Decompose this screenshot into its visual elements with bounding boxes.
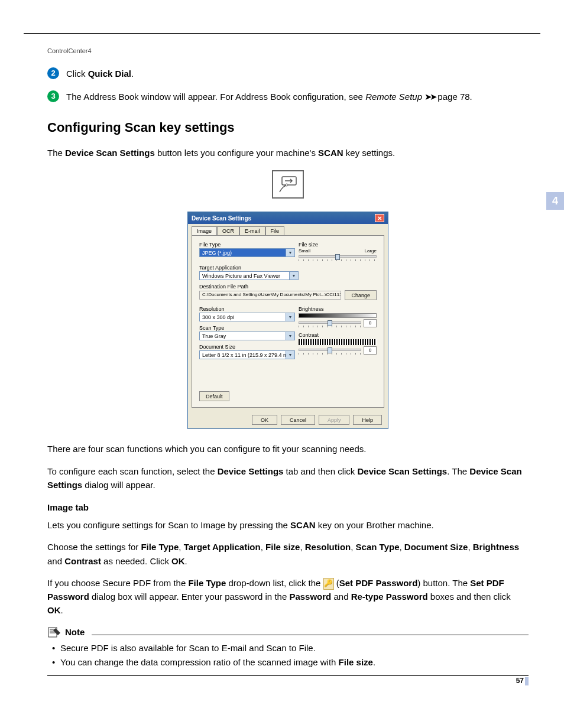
- doc-size-dropdown[interactable]: Letter 8 1/2 x 11 in (215.9 x 279.4 mm) …: [199, 350, 295, 359]
- dialog-panel: File Type JPEG (*.jpg) ▼ File size Small…: [192, 235, 384, 408]
- note-block: Note Secure PDF is also available for Sc…: [47, 626, 529, 676]
- image-tab-heading: Image tab: [47, 502, 529, 512]
- apply-button[interactable]: Apply: [319, 415, 350, 425]
- file-type-dropdown[interactable]: JPEG (*.jpg) ▼: [199, 248, 295, 257]
- contrast-pattern: [299, 339, 377, 345]
- resolution-label: Resolution: [199, 306, 295, 312]
- dest-path-label: Destination File Path: [199, 284, 377, 290]
- file-size-label: File size: [299, 242, 377, 248]
- file-size-slider[interactable]: [299, 255, 377, 258]
- file-type-label: File Type: [199, 242, 295, 248]
- target-app-label: Target Application: [199, 265, 377, 271]
- default-button[interactable]: Default: [199, 391, 229, 401]
- dialog-title-text: Device Scan Settings: [192, 215, 251, 222]
- step-3-text: The Address Book window will appear. For…: [66, 90, 472, 104]
- page-number: 57: [516, 677, 529, 685]
- contrast-label: Contrast: [299, 332, 377, 338]
- note-title: Note: [65, 627, 85, 637]
- tab-ocr[interactable]: OCR: [217, 226, 239, 235]
- key-lock-icon: 🔑: [323, 578, 334, 590]
- contrast-value[interactable]: 0: [364, 346, 377, 355]
- scan-type-dropdown[interactable]: True Gray ▼: [199, 332, 295, 340]
- dialog-button-bar: OK Cancel Apply Help: [188, 411, 388, 428]
- note-item-1: Secure PDF is also available for Scan to…: [54, 641, 529, 655]
- device-scan-settings-dialog: Device Scan Settings ✕ Image OCR E-mail …: [187, 212, 388, 429]
- chevron-down-icon[interactable]: ▼: [286, 350, 295, 359]
- doc-size-label: Document Size: [199, 344, 295, 350]
- body-p1: There are four scan functions which you …: [47, 442, 529, 456]
- dest-path-value: C:\Documents and Settings\User\My Docume…: [199, 291, 341, 300]
- step-badge-3: 3: [47, 90, 59, 102]
- cancel-button[interactable]: Cancel: [281, 415, 315, 425]
- step-badge-2: 2: [47, 67, 59, 79]
- intro-paragraph: The Device Scan Settings button lets you…: [47, 146, 529, 160]
- ok-button[interactable]: OK: [252, 415, 277, 425]
- help-button[interactable]: Help: [353, 415, 382, 425]
- note-item-2: You can change the data compression rati…: [54, 655, 529, 670]
- brightness-value[interactable]: 0: [364, 319, 377, 327]
- note-close-rule: [47, 675, 529, 676]
- dialog-tabs: Image OCR E-mail File: [188, 224, 388, 235]
- brightness-slider[interactable]: [299, 321, 361, 324]
- tab-file[interactable]: File: [265, 226, 285, 235]
- svg-point-1: [286, 184, 288, 186]
- body-p2: To configure each scan function, select …: [47, 464, 529, 492]
- body-p3: Lets you configure settings for Scan to …: [47, 518, 529, 532]
- chevron-down-icon[interactable]: ▼: [286, 332, 295, 340]
- resolution-dropdown[interactable]: 300 x 300 dpi ▼: [199, 313, 295, 321]
- running-header: ControlCenter4: [47, 47, 529, 54]
- close-icon[interactable]: ✕: [375, 214, 384, 222]
- dialog-titlebar: Device Scan Settings ✕: [188, 212, 388, 224]
- chevron-down-icon[interactable]: ▼: [290, 271, 299, 280]
- brightness-label: Brightness: [299, 306, 377, 312]
- chevron-down-icon[interactable]: ▼: [286, 313, 295, 321]
- target-app-dropdown[interactable]: Windows Picture and Fax Viewer ▼: [199, 271, 299, 280]
- section-heading: Configuring Scan key settings: [47, 120, 529, 135]
- step-2-text: Click Quick Dial.: [66, 67, 134, 81]
- chapter-tab: 4: [546, 192, 564, 210]
- scan-type-label: Scan Type: [199, 325, 295, 331]
- brightness-gradient: [299, 313, 377, 318]
- body-p4: Choose the settings for File Type, Targe…: [47, 540, 529, 568]
- chevron-down-icon[interactable]: ▼: [286, 248, 295, 257]
- note-rule: [92, 635, 529, 635]
- change-button[interactable]: Change: [345, 290, 377, 300]
- step-3: 3 The Address Book window will appear. F…: [47, 90, 529, 104]
- body-p5: If you choose Secure PDF from the File T…: [47, 576, 529, 618]
- step-2: 2 Click Quick Dial.: [47, 67, 529, 81]
- contrast-slider[interactable]: [299, 349, 361, 351]
- note-pencil-icon: [47, 626, 61, 639]
- scan-device-icon: [272, 170, 304, 199]
- tab-image[interactable]: Image: [192, 226, 217, 235]
- tab-email[interactable]: E-mail: [239, 226, 265, 235]
- reference-arrows-icon: ➤➤: [424, 92, 435, 102]
